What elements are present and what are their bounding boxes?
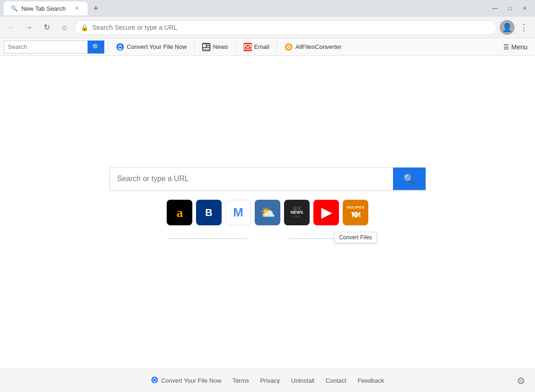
svg-rect-4 bbox=[207, 46, 210, 47]
weather-icon: ⛅ bbox=[260, 205, 275, 220]
bookmark-recipes-container: RECIPES 🍽 Convert Files bbox=[343, 200, 368, 225]
toolbar-convert-label: Convert Your File Now bbox=[127, 43, 187, 50]
booking-logo: B bbox=[205, 207, 213, 219]
tab-bar: 🔍 New Tab Search × + bbox=[4, 1, 102, 15]
minimize-button[interactable]: — bbox=[488, 2, 501, 15]
close-window-button[interactable]: × bbox=[518, 2, 531, 15]
footer-convert-icon bbox=[151, 376, 158, 385]
menu-icon: ☰ Menu bbox=[503, 43, 528, 51]
main-search-button[interactable]: 🔍 bbox=[393, 168, 426, 190]
center-search-bar[interactable]: 🔍 bbox=[109, 167, 426, 190]
footer-privacy-link[interactable]: Privacy bbox=[260, 377, 280, 384]
divider-left bbox=[168, 238, 247, 239]
footer-terms-link[interactable]: Terms bbox=[232, 377, 249, 384]
reload-button[interactable]: ↻ bbox=[39, 20, 54, 35]
bookmark-amazon[interactable]: a bbox=[167, 200, 192, 225]
footer-contact-link[interactable]: Contact bbox=[325, 377, 346, 384]
bookmarks-row: a B M ⛅ ⬛⬛ NEWS ≡ ≡ ≡ bbox=[167, 200, 368, 225]
footer-feedback-link[interactable]: Feedback bbox=[358, 377, 384, 384]
gear-icon: ⚙ bbox=[517, 375, 525, 386]
svg-rect-3 bbox=[207, 44, 210, 45]
bookmark-weather[interactable]: ⛅ bbox=[255, 200, 280, 225]
main-content: 🔍 a B M ⛅ ⬛⬛ bbox=[0, 56, 535, 369]
svg-rect-5 bbox=[203, 48, 210, 49]
footer-convert-link[interactable]: Convert Your File Now bbox=[151, 376, 221, 385]
home-button[interactable]: ⌂ bbox=[57, 20, 72, 35]
nav-bar: ← → ↻ ⌂ 🔒 👤 ⋮ bbox=[0, 17, 535, 38]
footer-convert-label: Convert Your File Now bbox=[161, 377, 221, 384]
footer-terms-label: Terms bbox=[232, 377, 249, 384]
main-search-icon: 🔍 bbox=[403, 173, 415, 184]
tab-title: New Tab Search bbox=[21, 5, 66, 12]
svg-rect-2 bbox=[203, 44, 206, 47]
bookmark-news[interactable]: ⬛⬛ NEWS ≡ ≡ ≡ bbox=[284, 200, 310, 225]
toolbar-divider-3 bbox=[236, 41, 236, 53]
profile-button[interactable]: 👤 bbox=[500, 20, 515, 35]
news-icon-text: ⬛⬛ NEWS ≡ ≡ ≡ bbox=[291, 207, 303, 218]
address-bar[interactable]: 🔒 bbox=[74, 20, 497, 35]
toolbar-divider-4 bbox=[277, 41, 277, 53]
svg-rect-6 bbox=[203, 49, 210, 50]
bookmark-booking[interactable]: B bbox=[196, 200, 222, 225]
toolbar-email-link[interactable]: Email bbox=[240, 41, 273, 53]
amazon-logo: a bbox=[176, 205, 183, 220]
center-search-area: 🔍 a B M ⛅ ⬛⬛ bbox=[109, 167, 426, 239]
tab-favicon: 🔍 bbox=[10, 5, 18, 12]
email-toolbar-icon bbox=[244, 43, 252, 51]
toolbar-search[interactable]: 🔍 bbox=[4, 41, 104, 54]
lock-icon: 🔒 bbox=[81, 24, 88, 31]
maximize-button[interactable]: □ bbox=[503, 2, 516, 15]
toolbar-divider-1 bbox=[108, 41, 108, 53]
toolbar-search-input[interactable] bbox=[4, 41, 88, 54]
address-input[interactable] bbox=[92, 24, 491, 31]
chrome-menu-button[interactable]: ⋮ bbox=[516, 20, 531, 35]
footer-settings-button[interactable]: ⚙ bbox=[515, 374, 528, 387]
footer-privacy-label: Privacy bbox=[260, 377, 280, 384]
toolbar-allfiles-link[interactable]: AllFilesConverter bbox=[281, 41, 345, 53]
bookmark-gmail[interactable]: M bbox=[225, 200, 251, 225]
active-tab[interactable]: 🔍 New Tab Search × bbox=[4, 1, 88, 15]
allfiles-icon bbox=[284, 43, 293, 51]
svg-point-11 bbox=[288, 46, 290, 48]
footer-feedback-label: Feedback bbox=[358, 377, 384, 384]
toolbar-search-button[interactable]: 🔍 bbox=[88, 41, 104, 54]
recipes-icon-content: RECIPES 🍽 bbox=[346, 205, 365, 220]
toolbar-menu-button[interactable]: ☰ Menu bbox=[500, 41, 531, 53]
convert-icon bbox=[116, 43, 124, 51]
footer-uninstall-label: Uninstall bbox=[291, 377, 314, 384]
footer: Convert Your File Now Terms Privacy Unin… bbox=[0, 369, 535, 392]
window-controls: — □ × bbox=[488, 2, 531, 15]
toolbar-convert-link[interactable]: Convert Your File Now bbox=[112, 41, 190, 53]
footer-contact-label: Contact bbox=[325, 377, 346, 384]
toolbar-news-link[interactable]: News bbox=[198, 41, 232, 53]
recipes-tooltip: Convert Files bbox=[334, 232, 377, 243]
bookmark-youtube[interactable]: ▶ bbox=[313, 200, 339, 225]
main-search-input[interactable] bbox=[110, 168, 393, 190]
toolbar-email-label: Email bbox=[254, 43, 270, 50]
forward-button[interactable]: → bbox=[21, 20, 36, 35]
footer-uninstall-link[interactable]: Uninstall bbox=[291, 377, 314, 384]
toolbar-news-label: News bbox=[213, 43, 228, 50]
news-toolbar-icon bbox=[202, 43, 210, 51]
new-tab-button[interactable]: + bbox=[89, 2, 102, 15]
tab-close-button[interactable]: × bbox=[73, 4, 81, 13]
gmail-logo: M bbox=[233, 205, 244, 220]
title-bar: 🔍 New Tab Search × + — □ × bbox=[0, 0, 535, 17]
back-button[interactable]: ← bbox=[4, 20, 19, 35]
bookmark-recipes[interactable]: RECIPES 🍽 bbox=[343, 200, 368, 225]
toolbar-allfiles-label: AllFilesConverter bbox=[295, 43, 341, 50]
toolbar: 🔍 Convert Your File Now News bbox=[0, 38, 535, 56]
youtube-play-icon: ▶ bbox=[321, 205, 332, 220]
search-icon: 🔍 bbox=[92, 43, 100, 51]
nav-right-controls: 👤 ⋮ bbox=[500, 20, 531, 35]
toolbar-divider-2 bbox=[194, 41, 195, 53]
